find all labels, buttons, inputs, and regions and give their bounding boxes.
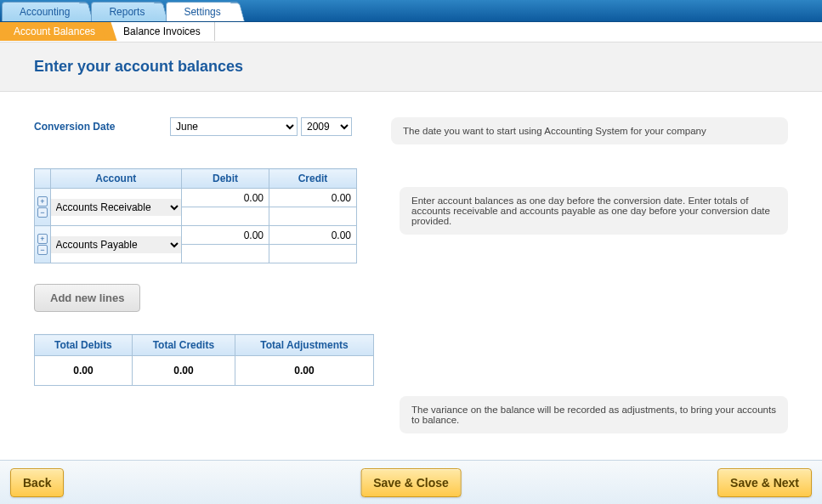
content-area: Conversion Date June 2009 The date you w… (0, 92, 822, 463)
account-select[interactable]: Accounts Receivable (51, 199, 181, 216)
debit-input[interactable] (182, 190, 269, 207)
totals-table: Total Debits Total Credits Total Adjustm… (34, 334, 374, 386)
tab-reports[interactable]: Reports (91, 2, 162, 21)
col-account: Account (50, 169, 181, 189)
col-total-adjustments: Total Adjustments (235, 335, 373, 356)
conversion-help: The date you want to start using Account… (391, 117, 788, 144)
plus-icon[interactable]: + (37, 196, 48, 207)
credit-input[interactable] (269, 190, 356, 207)
subtab-balance-invoices[interactable]: Balance Invoices (110, 22, 215, 41)
col-total-credits: Total Credits (132, 335, 235, 356)
save-next-button[interactable]: Save & Next (717, 468, 812, 497)
total-debits-value: 0.00 (35, 356, 133, 386)
col-total-debits: Total Debits (35, 335, 133, 356)
footer-bar: Back Save & Close Save & Next (0, 460, 822, 504)
col-credit: Credit (269, 169, 356, 189)
plus-icon[interactable]: + (37, 234, 48, 244)
credit-input[interactable] (269, 227, 356, 244)
table-row: + − Accounts Payable (35, 226, 357, 245)
balances-table: Account Debit Credit + − (34, 168, 357, 263)
add-new-lines-button[interactable]: Add new lines (34, 284, 140, 312)
debit-input[interactable] (182, 227, 269, 244)
conversion-month-select[interactable]: June (170, 117, 298, 136)
balances-help: Enter account balances as one day before… (400, 187, 788, 235)
totals-help: The variance on the balance will be reco… (400, 396, 788, 433)
subtab-account-balances[interactable]: Account Balances (0, 22, 110, 41)
sub-nav: Account Balances Balance Invoices (0, 22, 822, 42)
page-title: Enter your account balances (0, 42, 822, 92)
total-credits-value: 0.00 (132, 356, 235, 386)
tab-accounting[interactable]: Accounting (2, 2, 88, 21)
top-nav: Accounting Reports Settings (0, 0, 822, 22)
table-row: + − Accounts Receivable (35, 189, 357, 207)
total-adjustments-value: 0.00 (235, 356, 373, 386)
minus-icon[interactable]: − (37, 207, 48, 218)
account-select[interactable]: Accounts Payable (51, 236, 181, 253)
conversion-date-label: Conversion Date (34, 117, 170, 144)
tab-settings[interactable]: Settings (166, 2, 238, 21)
save-close-button[interactable]: Save & Close (360, 468, 462, 497)
minus-icon[interactable]: − (37, 245, 48, 255)
back-button[interactable]: Back (10, 468, 64, 497)
col-debit: Debit (182, 169, 269, 189)
conversion-year-select[interactable]: 2009 (301, 117, 352, 136)
